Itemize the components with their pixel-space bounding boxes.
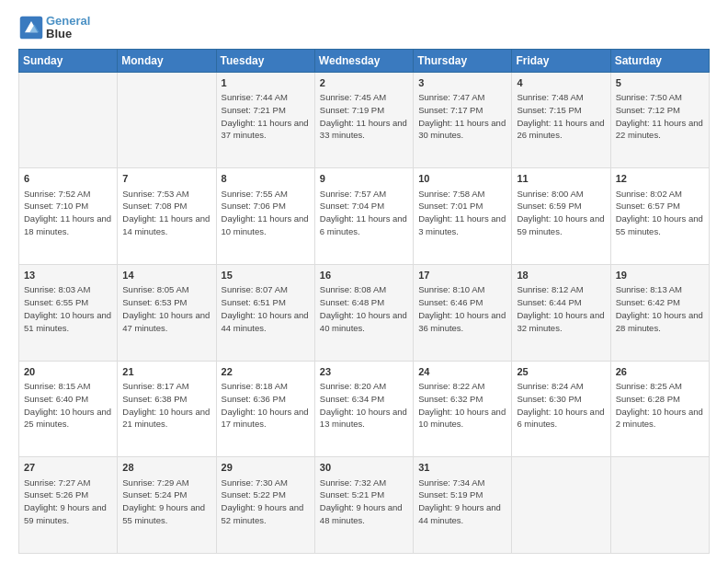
day-number: 21 [122, 365, 210, 379]
day-detail: Sunrise: 8:07 AMSunset: 6:51 PMDaylight:… [222, 283, 310, 334]
day-number: 30 [320, 461, 408, 475]
calendar-cell: 11Sunrise: 8:00 AMSunset: 6:59 PMDayligh… [512, 168, 610, 265]
day-number: 10 [418, 172, 506, 186]
day-detail: Sunrise: 7:34 AMSunset: 5:19 PMDaylight:… [418, 477, 506, 527]
day-number: 25 [517, 365, 605, 379]
calendar-cell: 13Sunrise: 8:03 AMSunset: 6:55 PMDayligh… [19, 264, 118, 361]
day-detail: Sunrise: 7:32 AMSunset: 5:21 PMDaylight:… [320, 477, 408, 527]
calendar-cell [512, 457, 610, 554]
calendar-cell [19, 72, 118, 168]
calendar-cell: 26Sunrise: 8:25 AMSunset: 6:28 PMDayligh… [610, 361, 709, 457]
calendar-week-row: 20Sunrise: 8:15 AMSunset: 6:40 PMDayligh… [19, 361, 710, 457]
calendar-table: SundayMondayTuesdayWednesdayThursdayFrid… [18, 49, 710, 554]
day-number: 11 [517, 172, 605, 186]
day-number: 9 [320, 172, 408, 186]
calendar-cell: 8Sunrise: 7:55 AMSunset: 7:06 PMDaylight… [216, 168, 314, 265]
day-detail: Sunrise: 7:50 AMSunset: 7:12 PMDaylight:… [616, 91, 704, 142]
calendar-day-header: Thursday [414, 49, 512, 72]
day-number: 20 [24, 365, 112, 379]
day-detail: Sunrise: 8:25 AMSunset: 6:28 PMDaylight:… [616, 380, 704, 431]
day-detail: Sunrise: 7:30 AMSunset: 5:22 PMDaylight:… [222, 477, 310, 527]
logo-text: General Blue [46, 15, 90, 41]
calendar-cell: 22Sunrise: 8:18 AMSunset: 6:36 PMDayligh… [216, 361, 314, 457]
day-detail: Sunrise: 7:53 AMSunset: 7:08 PMDaylight:… [122, 188, 210, 238]
day-detail: Sunrise: 7:52 AMSunset: 7:10 PMDaylight:… [24, 188, 112, 238]
day-number: 26 [616, 365, 704, 379]
calendar-cell: 20Sunrise: 8:15 AMSunset: 6:40 PMDayligh… [19, 361, 118, 457]
day-number: 6 [24, 172, 112, 186]
day-detail: Sunrise: 8:20 AMSunset: 6:34 PMDaylight:… [320, 380, 408, 431]
day-detail: Sunrise: 8:08 AMSunset: 6:48 PMDaylight:… [320, 283, 408, 334]
day-number: 22 [222, 365, 310, 379]
page: General Blue SundayMondayTuesdayWednesda… [0, 0, 728, 563]
day-number: 29 [222, 461, 310, 475]
calendar-cell: 10Sunrise: 7:58 AMSunset: 7:01 PMDayligh… [414, 168, 512, 265]
calendar-cell: 30Sunrise: 7:32 AMSunset: 5:21 PMDayligh… [314, 457, 413, 554]
day-detail: Sunrise: 7:45 AMSunset: 7:19 PMDaylight:… [320, 91, 408, 142]
logo: General Blue [18, 15, 90, 41]
day-number: 24 [418, 365, 506, 379]
calendar-cell: 23Sunrise: 8:20 AMSunset: 6:34 PMDayligh… [314, 361, 413, 457]
day-number: 18 [517, 269, 605, 282]
day-detail: Sunrise: 8:05 AMSunset: 6:53 PMDaylight:… [122, 283, 210, 334]
calendar-cell: 28Sunrise: 7:29 AMSunset: 5:24 PMDayligh… [118, 457, 216, 554]
calendar-cell: 3Sunrise: 7:47 AMSunset: 7:17 PMDaylight… [414, 72, 512, 168]
calendar-cell [610, 457, 709, 554]
day-number: 3 [418, 76, 506, 90]
day-detail: Sunrise: 7:29 AMSunset: 5:24 PMDaylight:… [122, 477, 210, 527]
logo-icon [18, 15, 44, 40]
day-detail: Sunrise: 8:24 AMSunset: 6:30 PMDaylight:… [517, 380, 605, 431]
day-detail: Sunrise: 7:58 AMSunset: 7:01 PMDaylight:… [418, 188, 506, 238]
day-number: 7 [122, 172, 210, 186]
day-detail: Sunrise: 7:27 AMSunset: 5:26 PMDaylight:… [24, 477, 112, 527]
calendar-week-row: 6Sunrise: 7:52 AMSunset: 7:10 PMDaylight… [19, 168, 710, 265]
day-number: 14 [122, 269, 210, 282]
header: General Blue [18, 15, 710, 41]
day-number: 12 [616, 172, 704, 186]
day-number: 8 [222, 172, 310, 186]
day-number: 28 [122, 461, 210, 475]
calendar-day-header: Wednesday [314, 49, 413, 72]
calendar-cell: 17Sunrise: 8:10 AMSunset: 6:46 PMDayligh… [414, 264, 512, 361]
calendar-day-header: Friday [512, 49, 610, 72]
day-detail: Sunrise: 8:17 AMSunset: 6:38 PMDaylight:… [122, 380, 210, 431]
day-number: 5 [616, 76, 704, 90]
calendar-cell: 6Sunrise: 7:52 AMSunset: 7:10 PMDaylight… [19, 168, 118, 265]
day-number: 31 [418, 461, 506, 475]
calendar-week-row: 13Sunrise: 8:03 AMSunset: 6:55 PMDayligh… [19, 264, 710, 361]
day-number: 23 [320, 365, 408, 379]
calendar-cell: 27Sunrise: 7:27 AMSunset: 5:26 PMDayligh… [19, 457, 118, 554]
calendar-week-row: 1Sunrise: 7:44 AMSunset: 7:21 PMDaylight… [19, 72, 710, 168]
day-detail: Sunrise: 8:02 AMSunset: 6:57 PMDaylight:… [616, 188, 704, 238]
calendar-cell: 4Sunrise: 7:48 AMSunset: 7:15 PMDaylight… [512, 72, 610, 168]
day-number: 13 [24, 269, 112, 282]
calendar-cell: 7Sunrise: 7:53 AMSunset: 7:08 PMDaylight… [118, 168, 216, 265]
day-detail: Sunrise: 8:12 AMSunset: 6:44 PMDaylight:… [517, 283, 605, 334]
calendar-cell: 25Sunrise: 8:24 AMSunset: 6:30 PMDayligh… [512, 361, 610, 457]
calendar-day-header: Monday [118, 49, 216, 72]
calendar-day-header: Saturday [610, 49, 709, 72]
day-number: 27 [24, 461, 112, 475]
calendar-cell: 19Sunrise: 8:13 AMSunset: 6:42 PMDayligh… [610, 264, 709, 361]
calendar-cell: 31Sunrise: 7:34 AMSunset: 5:19 PMDayligh… [414, 457, 512, 554]
day-detail: Sunrise: 8:13 AMSunset: 6:42 PMDaylight:… [616, 283, 704, 334]
calendar-cell [118, 72, 216, 168]
calendar-cell: 18Sunrise: 8:12 AMSunset: 6:44 PMDayligh… [512, 264, 610, 361]
day-number: 1 [222, 76, 310, 90]
day-detail: Sunrise: 7:55 AMSunset: 7:06 PMDaylight:… [222, 188, 310, 238]
calendar-cell: 5Sunrise: 7:50 AMSunset: 7:12 PMDaylight… [610, 72, 709, 168]
day-detail: Sunrise: 8:00 AMSunset: 6:59 PMDaylight:… [517, 188, 605, 238]
calendar-cell: 2Sunrise: 7:45 AMSunset: 7:19 PMDaylight… [314, 72, 413, 168]
calendar-header-row: SundayMondayTuesdayWednesdayThursdayFrid… [19, 49, 710, 72]
day-detail: Sunrise: 8:18 AMSunset: 6:36 PMDaylight:… [222, 380, 310, 431]
day-detail: Sunrise: 8:22 AMSunset: 6:32 PMDaylight:… [418, 380, 506, 431]
calendar-cell: 21Sunrise: 8:17 AMSunset: 6:38 PMDayligh… [118, 361, 216, 457]
calendar-cell: 15Sunrise: 8:07 AMSunset: 6:51 PMDayligh… [216, 264, 314, 361]
day-number: 15 [222, 269, 310, 282]
calendar-day-header: Sunday [19, 49, 118, 72]
day-number: 19 [616, 269, 704, 282]
calendar-cell: 24Sunrise: 8:22 AMSunset: 6:32 PMDayligh… [414, 361, 512, 457]
day-detail: Sunrise: 8:03 AMSunset: 6:55 PMDaylight:… [24, 283, 112, 334]
day-detail: Sunrise: 7:44 AMSunset: 7:21 PMDaylight:… [222, 91, 310, 142]
calendar-week-row: 27Sunrise: 7:27 AMSunset: 5:26 PMDayligh… [19, 457, 710, 554]
